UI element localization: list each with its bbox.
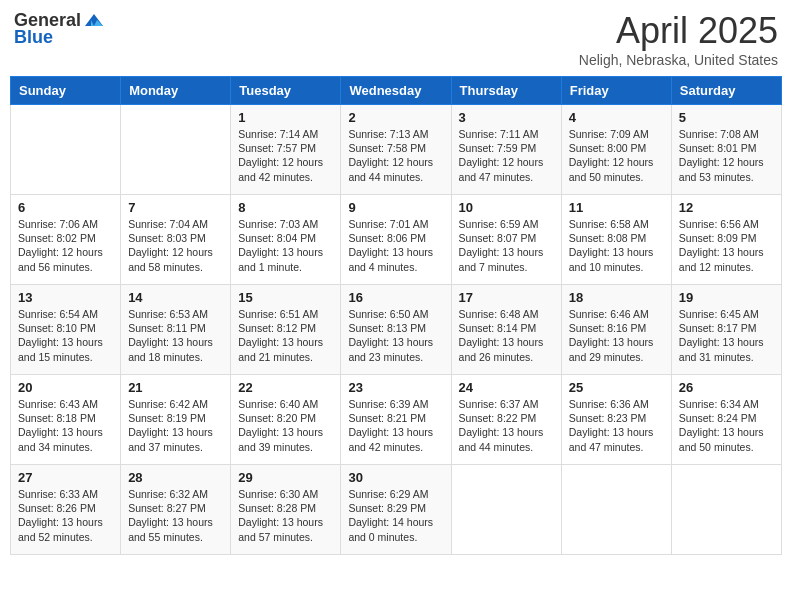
calendar-day-19: 19Sunrise: 6:45 AM Sunset: 8:17 PM Dayli… xyxy=(671,285,781,375)
day-info: Sunrise: 6:50 AM Sunset: 8:13 PM Dayligh… xyxy=(348,307,443,364)
weekday-header-monday: Monday xyxy=(121,77,231,105)
day-number: 17 xyxy=(459,290,554,305)
weekday-header-friday: Friday xyxy=(561,77,671,105)
day-info: Sunrise: 7:14 AM Sunset: 7:57 PM Dayligh… xyxy=(238,127,333,184)
calendar-day-18: 18Sunrise: 6:46 AM Sunset: 8:16 PM Dayli… xyxy=(561,285,671,375)
logo-icon xyxy=(83,12,105,30)
day-info: Sunrise: 6:56 AM Sunset: 8:09 PM Dayligh… xyxy=(679,217,774,274)
calendar-day-30: 30Sunrise: 6:29 AM Sunset: 8:29 PM Dayli… xyxy=(341,465,451,555)
calendar-day-13: 13Sunrise: 6:54 AM Sunset: 8:10 PM Dayli… xyxy=(11,285,121,375)
calendar-day-27: 27Sunrise: 6:33 AM Sunset: 8:26 PM Dayli… xyxy=(11,465,121,555)
weekday-header-wednesday: Wednesday xyxy=(341,77,451,105)
calendar-day-15: 15Sunrise: 6:51 AM Sunset: 8:12 PM Dayli… xyxy=(231,285,341,375)
day-number: 11 xyxy=(569,200,664,215)
page-header: General Blue April 2025 Neligh, Nebraska… xyxy=(10,10,782,68)
day-info: Sunrise: 7:11 AM Sunset: 7:59 PM Dayligh… xyxy=(459,127,554,184)
day-info: Sunrise: 6:45 AM Sunset: 8:17 PM Dayligh… xyxy=(679,307,774,364)
day-info: Sunrise: 6:59 AM Sunset: 8:07 PM Dayligh… xyxy=(459,217,554,274)
weekday-header-thursday: Thursday xyxy=(451,77,561,105)
calendar-empty-cell xyxy=(11,105,121,195)
day-number: 26 xyxy=(679,380,774,395)
calendar-day-24: 24Sunrise: 6:37 AM Sunset: 8:22 PM Dayli… xyxy=(451,375,561,465)
day-info: Sunrise: 6:33 AM Sunset: 8:26 PM Dayligh… xyxy=(18,487,113,544)
calendar-day-7: 7Sunrise: 7:04 AM Sunset: 8:03 PM Daylig… xyxy=(121,195,231,285)
calendar-day-11: 11Sunrise: 6:58 AM Sunset: 8:08 PM Dayli… xyxy=(561,195,671,285)
day-number: 16 xyxy=(348,290,443,305)
calendar-day-8: 8Sunrise: 7:03 AM Sunset: 8:04 PM Daylig… xyxy=(231,195,341,285)
day-info: Sunrise: 7:13 AM Sunset: 7:58 PM Dayligh… xyxy=(348,127,443,184)
weekday-header-sunday: Sunday xyxy=(11,77,121,105)
day-info: Sunrise: 6:54 AM Sunset: 8:10 PM Dayligh… xyxy=(18,307,113,364)
calendar-empty-cell xyxy=(561,465,671,555)
calendar-day-26: 26Sunrise: 6:34 AM Sunset: 8:24 PM Dayli… xyxy=(671,375,781,465)
day-number: 23 xyxy=(348,380,443,395)
day-info: Sunrise: 7:04 AM Sunset: 8:03 PM Dayligh… xyxy=(128,217,223,274)
calendar-week-row: 13Sunrise: 6:54 AM Sunset: 8:10 PM Dayli… xyxy=(11,285,782,375)
day-number: 6 xyxy=(18,200,113,215)
day-info: Sunrise: 6:30 AM Sunset: 8:28 PM Dayligh… xyxy=(238,487,333,544)
weekday-header-row: SundayMondayTuesdayWednesdayThursdayFrid… xyxy=(11,77,782,105)
day-info: Sunrise: 7:03 AM Sunset: 8:04 PM Dayligh… xyxy=(238,217,333,274)
month-title: April 2025 xyxy=(579,10,778,52)
day-info: Sunrise: 6:40 AM Sunset: 8:20 PM Dayligh… xyxy=(238,397,333,454)
day-number: 24 xyxy=(459,380,554,395)
day-number: 29 xyxy=(238,470,333,485)
day-info: Sunrise: 6:42 AM Sunset: 8:19 PM Dayligh… xyxy=(128,397,223,454)
location-subtitle: Neligh, Nebraska, United States xyxy=(579,52,778,68)
day-info: Sunrise: 6:58 AM Sunset: 8:08 PM Dayligh… xyxy=(569,217,664,274)
calendar-day-10: 10Sunrise: 6:59 AM Sunset: 8:07 PM Dayli… xyxy=(451,195,561,285)
day-info: Sunrise: 7:01 AM Sunset: 8:06 PM Dayligh… xyxy=(348,217,443,274)
day-info: Sunrise: 7:06 AM Sunset: 8:02 PM Dayligh… xyxy=(18,217,113,274)
day-number: 14 xyxy=(128,290,223,305)
day-number: 12 xyxy=(679,200,774,215)
weekday-header-saturday: Saturday xyxy=(671,77,781,105)
day-number: 25 xyxy=(569,380,664,395)
day-number: 21 xyxy=(128,380,223,395)
day-number: 3 xyxy=(459,110,554,125)
calendar-day-25: 25Sunrise: 6:36 AM Sunset: 8:23 PM Dayli… xyxy=(561,375,671,465)
day-number: 1 xyxy=(238,110,333,125)
calendar-day-12: 12Sunrise: 6:56 AM Sunset: 8:09 PM Dayli… xyxy=(671,195,781,285)
calendar-empty-cell xyxy=(671,465,781,555)
calendar-table: SundayMondayTuesdayWednesdayThursdayFrid… xyxy=(10,76,782,555)
calendar-day-17: 17Sunrise: 6:48 AM Sunset: 8:14 PM Dayli… xyxy=(451,285,561,375)
day-number: 30 xyxy=(348,470,443,485)
day-number: 19 xyxy=(679,290,774,305)
day-info: Sunrise: 6:37 AM Sunset: 8:22 PM Dayligh… xyxy=(459,397,554,454)
calendar-day-23: 23Sunrise: 6:39 AM Sunset: 8:21 PM Dayli… xyxy=(341,375,451,465)
calendar-day-1: 1Sunrise: 7:14 AM Sunset: 7:57 PM Daylig… xyxy=(231,105,341,195)
calendar-day-3: 3Sunrise: 7:11 AM Sunset: 7:59 PM Daylig… xyxy=(451,105,561,195)
day-info: Sunrise: 7:08 AM Sunset: 8:01 PM Dayligh… xyxy=(679,127,774,184)
day-info: Sunrise: 7:09 AM Sunset: 8:00 PM Dayligh… xyxy=(569,127,664,184)
calendar-day-6: 6Sunrise: 7:06 AM Sunset: 8:02 PM Daylig… xyxy=(11,195,121,285)
calendar-week-row: 20Sunrise: 6:43 AM Sunset: 8:18 PM Dayli… xyxy=(11,375,782,465)
day-number: 13 xyxy=(18,290,113,305)
weekday-header-tuesday: Tuesday xyxy=(231,77,341,105)
calendar-body: 1Sunrise: 7:14 AM Sunset: 7:57 PM Daylig… xyxy=(11,105,782,555)
calendar-empty-cell xyxy=(121,105,231,195)
day-number: 10 xyxy=(459,200,554,215)
day-info: Sunrise: 6:36 AM Sunset: 8:23 PM Dayligh… xyxy=(569,397,664,454)
calendar-day-2: 2Sunrise: 7:13 AM Sunset: 7:58 PM Daylig… xyxy=(341,105,451,195)
calendar-week-row: 27Sunrise: 6:33 AM Sunset: 8:26 PM Dayli… xyxy=(11,465,782,555)
title-section: April 2025 Neligh, Nebraska, United Stat… xyxy=(579,10,778,68)
logo-blue-text: Blue xyxy=(14,27,53,48)
calendar-day-16: 16Sunrise: 6:50 AM Sunset: 8:13 PM Dayli… xyxy=(341,285,451,375)
day-info: Sunrise: 6:34 AM Sunset: 8:24 PM Dayligh… xyxy=(679,397,774,454)
day-info: Sunrise: 6:51 AM Sunset: 8:12 PM Dayligh… xyxy=(238,307,333,364)
calendar-day-22: 22Sunrise: 6:40 AM Sunset: 8:20 PM Dayli… xyxy=(231,375,341,465)
day-number: 22 xyxy=(238,380,333,395)
day-number: 28 xyxy=(128,470,223,485)
calendar-day-5: 5Sunrise: 7:08 AM Sunset: 8:01 PM Daylig… xyxy=(671,105,781,195)
calendar-day-14: 14Sunrise: 6:53 AM Sunset: 8:11 PM Dayli… xyxy=(121,285,231,375)
day-info: Sunrise: 6:53 AM Sunset: 8:11 PM Dayligh… xyxy=(128,307,223,364)
day-number: 15 xyxy=(238,290,333,305)
logo: General Blue xyxy=(14,10,105,48)
day-info: Sunrise: 6:32 AM Sunset: 8:27 PM Dayligh… xyxy=(128,487,223,544)
calendar-day-9: 9Sunrise: 7:01 AM Sunset: 8:06 PM Daylig… xyxy=(341,195,451,285)
calendar-header: SundayMondayTuesdayWednesdayThursdayFrid… xyxy=(11,77,782,105)
day-info: Sunrise: 6:46 AM Sunset: 8:16 PM Dayligh… xyxy=(569,307,664,364)
day-number: 2 xyxy=(348,110,443,125)
calendar-day-28: 28Sunrise: 6:32 AM Sunset: 8:27 PM Dayli… xyxy=(121,465,231,555)
day-info: Sunrise: 6:39 AM Sunset: 8:21 PM Dayligh… xyxy=(348,397,443,454)
